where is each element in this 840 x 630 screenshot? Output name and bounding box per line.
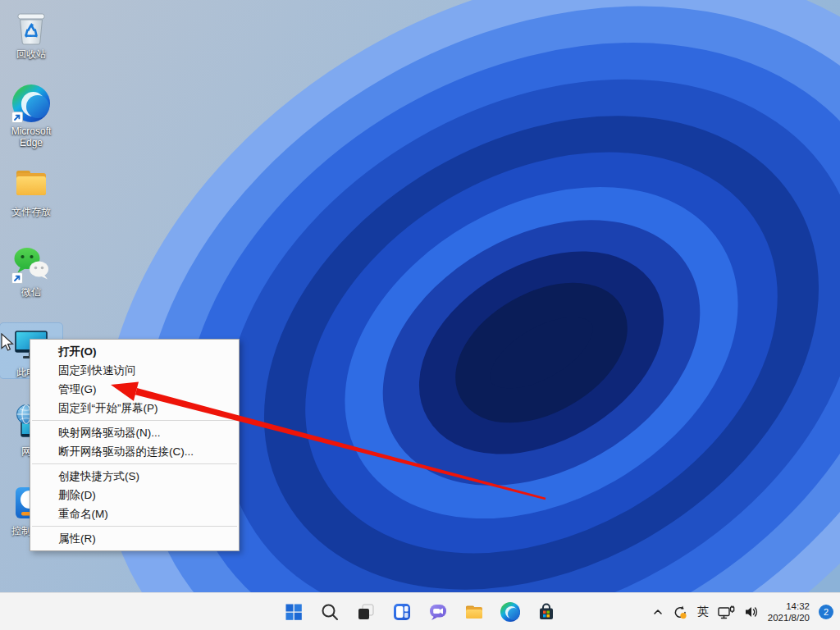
system-tray: 英 14:32 2021/8/20 2 [652, 593, 833, 630]
menu-item-rename[interactable]: 重命名(M) [30, 504, 239, 523]
menu-item-open[interactable]: 打开(O) [30, 342, 239, 361]
menu-separator [32, 526, 237, 527]
chevron-up-icon[interactable] [652, 606, 664, 618]
desktop-icon-file-folder[interactable]: 文件存放 [0, 162, 62, 217]
menu-item-delete[interactable]: 删除(D) [30, 486, 239, 504]
clock-time: 14:32 [768, 600, 810, 612]
update-icon[interactable] [673, 605, 688, 620]
menu-item-manage[interactable]: 管理(G) [30, 380, 239, 399]
desktop-icon-microsoft-edge[interactable]: Microsoft Edge [0, 82, 62, 148]
desktop-icon-label: 微信 [21, 286, 41, 298]
desktop-icon-label: 回收站 [16, 48, 46, 60]
shortcut-arrow-icon [11, 112, 23, 123]
clock[interactable]: 14:32 2021/8/20 [768, 600, 810, 623]
volume-icon[interactable] [744, 605, 759, 619]
widgets-button[interactable] [392, 602, 412, 622]
recycle-bin-icon [11, 7, 51, 46]
chat-button[interactable] [428, 602, 448, 622]
desktop-icon-wechat[interactable]: 微信 [0, 243, 62, 298]
menu-item-map-network-drive[interactable]: 映射网络驱动器(N)... [30, 423, 239, 442]
menu-item-disconnect-network-drive[interactable]: 断开网络驱动器的连接(C)... [30, 442, 239, 461]
edge-icon [11, 84, 51, 123]
wechat-icon [11, 244, 51, 284]
menu-item-pin-quick-access[interactable]: 固定到快速访问 [30, 361, 239, 380]
menu-separator [32, 420, 237, 421]
edge-button[interactable] [500, 602, 520, 622]
wired-network-icon[interactable] [718, 605, 735, 619]
search-button[interactable] [320, 602, 340, 622]
menu-item-create-shortcut[interactable]: 创建快捷方式(S) [30, 467, 239, 486]
start-button[interactable] [284, 602, 304, 622]
task-view-button[interactable] [356, 602, 376, 622]
context-menu: 打开(O) 固定到快速访问 管理(G) 固定到“开始”屏幕(P) 映射网络驱动器… [30, 339, 240, 551]
ime-indicator[interactable]: 英 [697, 605, 709, 619]
shortcut-arrow-icon [11, 272, 23, 284]
notification-badge[interactable]: 2 [819, 605, 833, 619]
folder-icon [11, 164, 51, 203]
menu-separator [32, 463, 237, 464]
taskbar-center-icons [284, 593, 556, 630]
desktop-icon-recycle-bin[interactable]: 回收站 [0, 5, 62, 60]
store-button[interactable] [536, 602, 556, 622]
desktop-icon-label: 文件存放 [11, 206, 51, 217]
desktop-icon-label: Microsoft Edge [0, 126, 62, 148]
file-explorer-button[interactable] [464, 602, 484, 622]
menu-item-pin-to-start[interactable]: 固定到“开始”屏幕(P) [30, 399, 239, 418]
taskbar: 英 14:32 2021/8/20 2 [0, 592, 840, 630]
clock-date: 2021/8/20 [768, 612, 810, 623]
menu-item-properties[interactable]: 属性(R) [30, 529, 239, 548]
